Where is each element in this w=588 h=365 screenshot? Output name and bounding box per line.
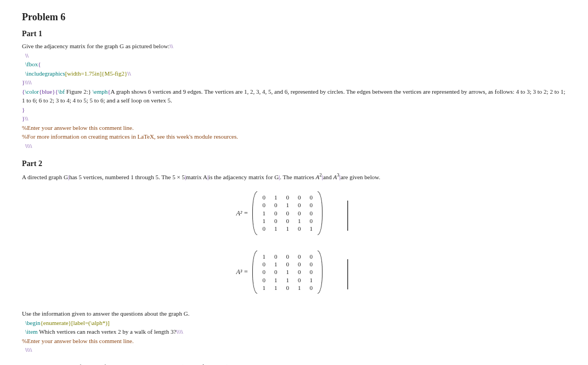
t: . The matrices (280, 174, 315, 180)
matrix-cell: 0 (270, 201, 282, 209)
matrix-cell: 0 (281, 260, 293, 268)
comment-answer-2: %Enter your answer below this comment li… (22, 337, 566, 346)
matrix-cell: 0 (281, 284, 293, 292)
matrix-cell: 0 (281, 193, 293, 201)
matrix-cell: 0 (305, 209, 317, 217)
part2-intro: A directed graph G|has 5 vertices, numbe… (22, 172, 566, 181)
matrix-cell: 1 (270, 276, 282, 284)
comment-resources: %For more information on creating matric… (22, 132, 566, 141)
matrix-cell: 1 (270, 284, 282, 292)
t: are given below. (341, 174, 380, 180)
item-2: \item Is there a walk of length 4 from v… (22, 362, 566, 365)
brace: { (38, 61, 41, 67)
backslash: \\ (169, 43, 173, 49)
hint-eq: A⁴ = A² · A² (197, 363, 226, 365)
matrix-cell: 0 (293, 225, 306, 232)
close-brace-1: } (22, 105, 566, 115)
close-brace-2: }\\ (22, 114, 566, 123)
matrix-cell: 0 (293, 193, 306, 201)
matrix-a2-block: A² = 0100000100100001001001101 | (22, 191, 566, 235)
matrix-a2-table: 0100000100100001001001101 (258, 193, 317, 232)
vbar: | (346, 200, 349, 226)
matrix-cell: 0 (281, 209, 293, 217)
matrix-cell: 1 (293, 284, 306, 292)
color-cmd: \color (25, 88, 39, 95)
matrix-cell: 0 (270, 253, 282, 260)
begin-args: {enumerate}[label=(\alph*)] (41, 320, 110, 326)
bs: \\\\ (229, 363, 235, 365)
t: is the adjacency matrix for G (208, 174, 279, 180)
matrix-cell: 0 (305, 217, 317, 225)
matrix-cell: 0 (293, 260, 306, 268)
include-args: [width=1.75in]{M5-fig2} (65, 70, 128, 77)
matrix-cell: 1 (281, 201, 293, 209)
matrix-cell: 1 (270, 260, 282, 268)
emph-cmd: \emph (93, 88, 108, 95)
matrix-a2: 0100000100100001001001101 (252, 191, 323, 235)
matrix-a3: 1000001000001000110111010 (252, 250, 323, 294)
fig-label: Figure 2:} (65, 88, 93, 95)
matrix-cell: 0 (305, 253, 317, 260)
item2-b: ? (Hint: (177, 363, 197, 365)
part1-intro-text: Give the adjacency matrix for the graph … (22, 43, 169, 49)
fbox-cmd: \fbox (25, 61, 38, 67)
matrix-cell: 0 (270, 268, 282, 276)
item-1: \item Which vertices can reach vertex 2 … (22, 327, 566, 337)
matrix-a3-table: 1000001000001000110111010 (258, 253, 317, 292)
item2-a: Is there a walk of length 4 from vertex … (38, 363, 176, 365)
matrix-cell: 1 (258, 284, 270, 292)
matrix-cell: 0 (281, 253, 293, 260)
matrix-cell: 0 (258, 276, 270, 284)
matrix-cell: 1 (281, 276, 293, 284)
part2-closing: Use the information given to answer the … (22, 309, 566, 318)
a3-eq-label: A³ = (236, 267, 248, 277)
matrix-cell: 1 (270, 225, 282, 232)
matrix-cell: 0 (305, 284, 317, 292)
matrix-a3-block: A³ = 1000001000001000110111010 | (22, 250, 566, 294)
item1-text: Which vertices can reach vertex 2 by a w… (38, 328, 177, 335)
fbox-line: \fbox{ (22, 60, 566, 69)
matrix-cell: 0 (258, 268, 270, 276)
mid-bs: \\\\ (22, 345, 566, 355)
matrix-cell: 0 (293, 209, 306, 217)
matrix-cell: 0 (281, 217, 293, 225)
matrix-cell: 1 (281, 225, 293, 232)
problem-title: Problem 6 (22, 10, 566, 25)
matrix-cell: 0 (258, 225, 270, 232)
matrix-cell: 0 (293, 276, 306, 284)
item-cmd: \item (25, 363, 38, 365)
part2-heading: Part 2 (22, 158, 566, 169)
matrix-cell: 0 (293, 253, 306, 260)
t: has 5 vertices, numbered 1 through 5. Th… (69, 174, 185, 180)
matrix-cell: 1 (270, 193, 282, 201)
backslash-line: \\ (22, 51, 566, 60)
matrix-cell: 0 (258, 201, 270, 209)
matrix-cell: 1 (258, 209, 270, 217)
color-arg: {blue}{ (39, 88, 58, 95)
matrix-cell: 0 (258, 260, 270, 268)
matrix-cell: 1 (305, 225, 317, 232)
matrix-cell: 1 (305, 276, 317, 284)
close-bs-line: }\\\\ (22, 78, 566, 87)
item-cmd: \item (25, 328, 38, 335)
matrix-cell: 1 (281, 268, 293, 276)
trailing-bs: \\\\ (22, 141, 566, 151)
backslash: \\ (127, 70, 131, 77)
matrix-cell: 0 (293, 268, 306, 276)
t: and (323, 174, 333, 180)
matrix-cell: 0 (305, 260, 317, 268)
matrix-cell: 0 (270, 209, 282, 217)
t: matrix A (186, 174, 207, 180)
includegraphics-line: \includegraphics[width=1.75in]{M5-fig2}\… (22, 69, 566, 78)
begin-enumerate: \begin{enumerate}[label=(\alph*)] (22, 318, 566, 328)
bs: \\\\ (176, 328, 183, 335)
includegraphics-cmd: \includegraphics (25, 70, 65, 77)
matrix-cell: 0 (305, 201, 317, 209)
matrix-cell: 1 (258, 253, 270, 260)
bf-cmd: \bf (58, 88, 65, 95)
matrix-cell: 0 (270, 217, 282, 225)
begin-cmd: \begin (25, 320, 41, 326)
matrix-cell: 0 (293, 201, 306, 209)
a2-eq-label: A² = (236, 208, 248, 218)
vbar: | (346, 259, 349, 285)
